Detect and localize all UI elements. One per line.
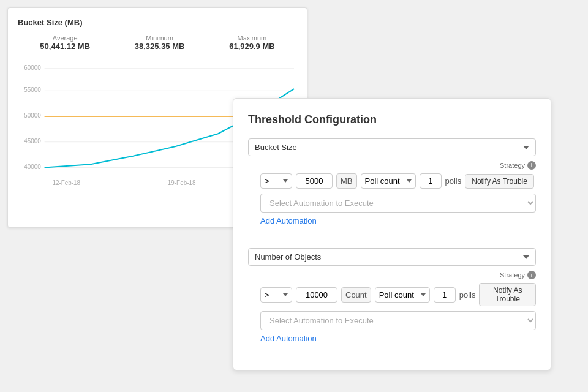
svg-text:60000: 60000: [24, 64, 41, 71]
automation-row-2: Select Automation to Execute: [260, 311, 536, 330]
minimum-label: Minimum: [135, 34, 185, 42]
strategy-info-icon-2: i: [527, 271, 536, 279]
notify-trouble-button-1[interactable]: Notify As Trouble: [465, 174, 534, 189]
automation-row-1: Select Automation to Execute: [260, 194, 536, 213]
automation-select-1[interactable]: Select Automation to Execute: [260, 194, 536, 213]
threshold-input-1[interactable]: [296, 173, 333, 189]
svg-text:45000: 45000: [24, 138, 41, 145]
minimum-value: 38,325.35 MB: [135, 42, 185, 51]
chart-stats: Average 50,441.12 MB Minimum 38,325.35 M…: [18, 34, 297, 51]
svg-text:12-Feb-18: 12-Feb-18: [52, 179, 80, 186]
svg-text:50000: 50000: [24, 112, 41, 119]
unit-label-1: MB: [336, 173, 357, 189]
add-automation-link-2[interactable]: Add Automation: [260, 334, 317, 343]
threshold-panel: Threshold Configuration Bucket Size Stra…: [233, 98, 551, 371]
poll-count-select-2[interactable]: Poll count: [375, 287, 430, 303]
maximum-label: Maximum: [229, 34, 274, 42]
polls-label-1: polls: [445, 176, 462, 186]
metric-select-1[interactable]: Bucket Size: [248, 138, 536, 156]
maximum-value: 61,929.9 MB: [229, 42, 274, 51]
condition-row-2: > < = Count Poll count polls Notify As T…: [260, 283, 536, 306]
metric-select-row-1: Bucket Size: [248, 138, 536, 156]
operator-select-1[interactable]: > < =: [260, 173, 292, 189]
strategy-info-icon-1: i: [527, 161, 536, 170]
poll-count-input-1[interactable]: [420, 173, 442, 189]
stat-maximum: Maximum 61,929.9 MB: [229, 34, 274, 51]
automation-select-2[interactable]: Select Automation to Execute: [260, 311, 536, 330]
notify-trouble-button-2[interactable]: Notify As Trouble: [479, 283, 536, 306]
svg-text:19-Feb-18: 19-Feb-18: [168, 179, 196, 186]
panel-title: Threshold Configuration: [248, 113, 536, 126]
threshold-section-objects: Number of Objects Strategy i > < = Count…: [248, 248, 536, 343]
stat-minimum: Minimum 38,325.35 MB: [135, 34, 185, 51]
chart-title: Bucket Size (MB): [18, 18, 297, 27]
poll-count-select-1[interactable]: Poll count: [361, 173, 416, 189]
poll-count-input-2[interactable]: [434, 287, 456, 303]
average-value: 50,441.12 MB: [40, 42, 90, 51]
operator-select-2[interactable]: > < =: [260, 287, 292, 303]
section-divider: [248, 238, 536, 238]
strategy-row-1: Strategy i: [248, 161, 536, 170]
stat-average: Average 50,441.12 MB: [40, 34, 90, 51]
svg-text:55000: 55000: [24, 86, 41, 93]
strategy-row-2: Strategy i: [248, 271, 536, 279]
unit-label-2: Count: [341, 287, 371, 303]
condition-row-1: > < = MB Poll count polls Notify As Trou…: [260, 173, 536, 189]
threshold-input-2[interactable]: [296, 287, 337, 303]
svg-text:40000: 40000: [24, 163, 41, 170]
polls-label-2: polls: [459, 290, 476, 300]
metric-select-row-2: Number of Objects: [248, 248, 536, 266]
strategy-label-2: Strategy: [500, 271, 525, 279]
metric-select-2[interactable]: Number of Objects: [248, 248, 536, 266]
threshold-section-bucket-size: Bucket Size Strategy i > < = MB Poll cou…: [248, 138, 536, 225]
average-label: Average: [40, 34, 90, 42]
add-automation-link-1[interactable]: Add Automation: [260, 216, 317, 225]
strategy-label-1: Strategy: [500, 162, 525, 169]
